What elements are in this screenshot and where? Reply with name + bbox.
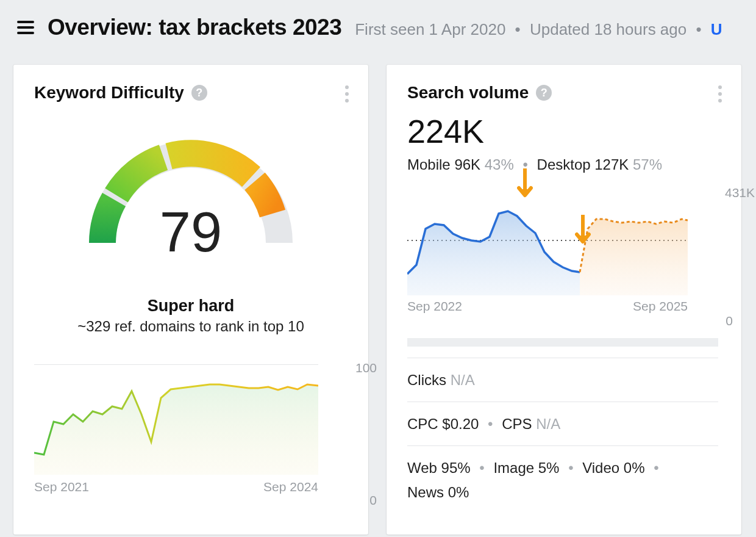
kd-score: 79 [84, 200, 298, 264]
menu-icon[interactable] [17, 21, 34, 34]
kd-label: Super hard [148, 297, 235, 315]
help-icon[interactable]: ? [536, 85, 552, 101]
arrow-down-icon [575, 215, 591, 249]
sv-total: 224K [407, 112, 721, 150]
page-title-row: Overview: tax brackets 2023 First seen 1… [48, 15, 722, 40]
kd-gauge: 79 [84, 127, 298, 249]
keyword-difficulty-card: Keyword Difficulty ? [13, 65, 368, 535]
kd-y-bot: 0 [369, 493, 377, 508]
sv-breakdown: Mobile 96K 43% • Desktop 127K 57% [407, 156, 721, 173]
kd-x-right: Sep 2024 [263, 480, 318, 494]
sv-x-right: Sep 2025 [633, 299, 688, 314]
distribution-bar [407, 338, 718, 347]
kebab-menu-icon[interactable] [343, 83, 351, 105]
kd-title: Keyword Difficulty [34, 83, 184, 103]
help-icon[interactable]: ? [191, 85, 207, 101]
serp-features-row: Web 95% • Image 5% • Video 0% • News 0% [407, 445, 718, 514]
sv-y-top: 431K [725, 186, 755, 200]
clicks-row: Clicks N/A [407, 358, 718, 402]
kd-x-left: Sep 2021 [34, 480, 89, 494]
country-link[interactable]: U [711, 20, 722, 38]
cpc-row: CPC $0.20 • CPS N/A [407, 402, 718, 445]
kebab-menu-icon[interactable] [716, 83, 724, 105]
page-meta: First seen 1 Apr 2020 • Updated 18 hours… [355, 20, 722, 39]
arrow-down-icon [517, 168, 533, 203]
sv-title: Search volume [407, 83, 529, 103]
kd-y-top: 100 [355, 361, 377, 375]
sv-trend-chart [407, 186, 688, 295]
sv-y-bot: 0 [726, 314, 733, 328]
kd-subtext: ~329 ref. domains to rank in top 10 [77, 318, 304, 335]
page-title: Overview: tax brackets 2023 [48, 15, 341, 40]
sv-x-left: Sep 2022 [407, 299, 462, 314]
kd-trend-chart [34, 365, 318, 475]
search-volume-card: Search volume ? 224K Mobile 96K 43% • De… [387, 65, 741, 535]
